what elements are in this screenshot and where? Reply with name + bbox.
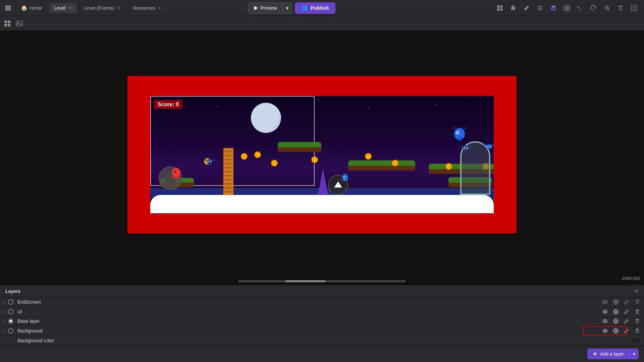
export-icon[interactable]: [629, 3, 639, 13]
ladder-element: [223, 148, 233, 195]
top-bar: 🏠 Home Level ✕ Level (Events) ✕ Resource…: [0, 0, 644, 16]
svg-rect-2: [5, 9, 11, 10]
trash-icon[interactable]: [616, 3, 625, 13]
grid-view-icon[interactable]: [4, 20, 11, 27]
layers-close-button[interactable]: ✕: [634, 288, 639, 294]
layer-drag-handle-base[interactable]: ≡: [3, 318, 5, 324]
preview-button[interactable]: Preview: [248, 2, 283, 14]
svg-marker-32: [334, 182, 342, 188]
tab-level[interactable]: Level ✕: [49, 3, 76, 13]
svg-point-70: [615, 311, 617, 313]
pencil-icon[interactable]: [522, 3, 531, 13]
svg-rect-27: [8, 20, 10, 23]
coin-7: [392, 160, 398, 167]
svg-rect-50: [176, 176, 179, 179]
svg-point-60: [457, 137, 462, 141]
layer-row-background[interactable]: ≡ Background: [0, 326, 644, 336]
tab-home[interactable]: 🏠 Home: [16, 3, 47, 13]
list-icon[interactable]: [535, 3, 545, 13]
svg-point-41: [487, 145, 489, 147]
layer-drag-handle[interactable]: ≡: [3, 299, 5, 305]
svg-rect-26: [4, 20, 7, 23]
svg-rect-9: [512, 6, 514, 7]
cube-icon[interactable]: [495, 3, 504, 13]
svg-point-42: [490, 145, 491, 147]
layer-actions-ui: [601, 308, 641, 316]
layer-radio-bg[interactable]: [8, 328, 13, 334]
layer-drag-handle-ui[interactable]: ≡: [3, 309, 5, 314]
layer-visibility-ui[interactable]: [601, 308, 609, 316]
menu-icon[interactable]: [3, 3, 13, 13]
player-character: [171, 167, 181, 179]
layer-row-ui[interactable]: ≡ UI: [0, 307, 644, 317]
add-layer-dropdown-button[interactable]: ▾: [629, 349, 639, 359]
svg-rect-0: [5, 6, 11, 7]
top-right-toolbar: [495, 3, 641, 13]
tab-resources[interactable]: Resources ✕: [128, 3, 167, 13]
layer-delete-bg[interactable]: [633, 327, 641, 335]
layer-radio-base[interactable]: [8, 318, 13, 324]
tab-level-close[interactable]: ✕: [67, 5, 72, 11]
layer-visibility-endscreen[interactable]: [601, 298, 609, 306]
layer-row-endscreen[interactable]: ≡ EndScreen: [0, 297, 644, 307]
add-layer-button[interactable]: Add a layer: [587, 349, 629, 359]
svg-point-17: [537, 6, 538, 7]
svg-point-63: [615, 301, 617, 303]
score-display: Score: 0: [154, 100, 182, 109]
layer-edit-bg[interactable]: [623, 327, 631, 335]
layer-settings-ui[interactable]: [612, 308, 620, 316]
layer-row-bg-color: ≡ Background color: [0, 336, 644, 346]
layer-row-base[interactable]: ≡ Base layer: [0, 317, 644, 326]
undo-icon[interactable]: [576, 3, 585, 13]
publish-label: Publish: [311, 5, 329, 11]
scrollbar-thumb[interactable]: [285, 280, 325, 282]
svg-rect-7: [500, 8, 502, 11]
svg-rect-6: [497, 8, 499, 11]
canvas-area[interactable]: Score: 0: [0, 31, 644, 285]
preview-dropdown-button[interactable]: ▾: [283, 2, 292, 14]
layer-edit-ui[interactable]: [623, 308, 631, 316]
layer-actions-bg-color: [631, 337, 641, 344]
svg-point-75: [604, 320, 606, 322]
layer-edit-base[interactable]: [623, 317, 631, 325]
svg-rect-16: [538, 9, 542, 10]
layer-settings-bg[interactable]: [612, 327, 620, 335]
top-center-controls: Preview ▾ 🌐 Publish: [248, 2, 335, 14]
layer-radio-endscreen[interactable]: [8, 299, 13, 305]
layer-actions-base: [601, 317, 641, 325]
tab-level-events-label: Level (Events): [84, 5, 114, 11]
layer-radio-ui[interactable]: [8, 309, 13, 314]
layer-delete-endscreen[interactable]: [633, 298, 641, 306]
layer-delete-base[interactable]: [633, 317, 641, 325]
publish-button[interactable]: 🌐 Publish: [295, 2, 335, 14]
layer-delete-ui[interactable]: [633, 308, 641, 316]
layer-visibility-bg[interactable]: [601, 327, 609, 335]
zoom-out-icon[interactable]: [602, 3, 612, 13]
tab-level-events[interactable]: Level (Events) ✕: [79, 3, 125, 13]
layer-drag-handle-bgc: ≡: [3, 338, 5, 343]
layers-icon[interactable]: [549, 3, 558, 13]
coin-8: [445, 163, 452, 170]
tab-home-label: Home: [30, 5, 42, 11]
blue-character: [341, 173, 349, 183]
tab-level-events-close[interactable]: ✕: [116, 5, 121, 11]
layer-settings-base[interactable]: [612, 317, 620, 325]
layer-settings-endscreen[interactable]: [612, 298, 620, 306]
robot-icon[interactable]: [508, 3, 518, 13]
layer-edit-endscreen[interactable]: [623, 298, 631, 306]
layer-drag-handle-bg[interactable]: ≡: [3, 328, 5, 334]
layer-actions-endscreen: [601, 298, 641, 306]
svg-marker-3: [254, 6, 258, 10]
horizontal-scrollbar[interactable]: [238, 280, 406, 282]
grid-icon[interactable]: [562, 3, 572, 13]
svg-point-36: [208, 163, 210, 164]
image-icon[interactable]: [16, 20, 23, 27]
enemy-3: [482, 142, 494, 152]
add-layer-area: Add a layer ▾: [0, 346, 644, 362]
layer-visibility-base[interactable]: [601, 317, 609, 325]
bg-color-swatch[interactable]: [631, 337, 641, 344]
tab-resources-close[interactable]: ✕: [157, 5, 162, 11]
blue-monster: [453, 127, 466, 141]
redo-icon[interactable]: [589, 3, 598, 13]
tab-level-label: Level: [54, 5, 65, 11]
